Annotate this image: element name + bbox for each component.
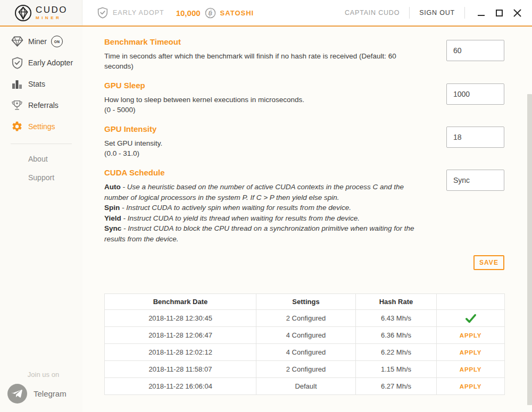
minimize-icon	[478, 15, 485, 16]
sidebar-item-about[interactable]: About	[0, 149, 82, 168]
sidebar-item-label: Support	[28, 173, 54, 182]
bar-chart-icon	[11, 79, 23, 89]
join-us-block: Join us on Telegram	[0, 371, 82, 403]
apply-action-cell: APPLY	[437, 378, 505, 395]
early-adopt-badge: EARLY ADOPT	[97, 7, 164, 19]
settings-page: Benchmark Timeout Time in seconds after …	[82, 27, 532, 412]
cuda-option-sync: Sync - Instruct CUDA to block the CPU th…	[104, 223, 422, 244]
close-button[interactable]	[513, 9, 521, 17]
benchmark-date-cell: 2018-11-28 12:02:12	[105, 344, 256, 361]
vertical-scrollbar[interactable]	[527, 94, 532, 405]
telegram-label: Telegram	[34, 389, 66, 398]
benchmark-date-cell: 2018-11-22 16:06:04	[105, 378, 256, 395]
sidebar-item-label: Stats	[28, 80, 45, 88]
sidebar-item-label: Settings	[28, 122, 55, 131]
balance-currency: SATOSHI	[220, 9, 254, 17]
gpu-sleep-input[interactable]	[446, 83, 504, 105]
hash-rate-cell: 1.15 Mh/s	[356, 361, 437, 378]
cuda-option-auto: Auto - Use a heuristic based on the numb…	[104, 182, 422, 203]
join-us-caption: Join us on	[0, 371, 82, 379]
cuda-option-spin: Spin - Instruct CUDA to actively spin wh…	[104, 203, 422, 213]
apply-action-cell: APPLY	[437, 327, 505, 344]
section-description: How long to sleep between kernel executi…	[104, 95, 434, 105]
apply-action-cell: APPLY	[437, 344, 505, 361]
cuda-option-yield: Yield - Instruct CUDA to yield its threa…	[104, 213, 422, 224]
section-range: (0 - 5000)	[104, 105, 434, 115]
column-header-hash-rate: Hash Rate	[356, 294, 437, 310]
header-divider	[464, 7, 465, 19]
logo-text-cudo: CUDO	[36, 5, 68, 14]
sidebar-item-early-adopter[interactable]: Early Adopter	[0, 52, 82, 73]
benchmark-timeout-input[interactable]	[446, 40, 504, 61]
gem-icon	[11, 36, 23, 47]
app-logo: CUDO MINER	[0, 0, 82, 26]
gear-icon	[11, 121, 23, 132]
section-title: CUDA Schedule	[104, 168, 434, 177]
sidebar-item-support[interactable]: Support	[0, 168, 82, 187]
settings-cell: 4 Configured	[256, 344, 356, 361]
sidebar-item-label: Referrals	[28, 101, 59, 110]
early-adopt-label: EARLY ADOPT	[113, 9, 164, 16]
miner-on-badge: ON	[51, 36, 63, 47]
sidebar-item-label: Miner	[28, 37, 47, 46]
close-icon	[513, 9, 521, 17]
balance: 10,000 B SATOSHI	[176, 7, 254, 19]
section-gpu-sleep: GPU Sleep How long to sleep between kern…	[104, 81, 434, 115]
hash-rate-cell: 6.43 Mh/s	[356, 310, 437, 327]
apply-action-cell: APPLY	[437, 361, 505, 378]
benchmark-date-cell: 2018-11-28 12:30:45	[105, 310, 256, 327]
section-range: (0.0 - 31.0)	[104, 148, 434, 158]
section-description: Set GPU intensity.	[104, 138, 434, 148]
sidebar-divider	[11, 144, 72, 144]
sidebar-item-settings[interactable]: Settings	[0, 116, 82, 137]
sidebar-item-referrals[interactable]: Referrals	[0, 95, 82, 116]
cuda-schedule-input[interactable]	[446, 170, 504, 191]
section-title: Benchmark Timeout	[104, 37, 434, 46]
app-header: CUDO MINER EARLY ADOPT 10,000 B SATOSHI …	[0, 0, 532, 27]
table-row: 2018-11-28 12:02:12 4 Configured 6.22 Mh…	[105, 344, 505, 361]
settings-cell: 4 Configured	[256, 327, 356, 344]
cudo-logo-icon	[14, 4, 32, 22]
username-label: CAPTAIN CUDO	[345, 9, 400, 16]
section-cuda-schedule: CUDA Schedule Auto - Use a heuristic bas…	[104, 168, 434, 244]
maximize-button[interactable]	[495, 9, 503, 17]
section-description: Time in seconds after which the benchmar…	[104, 51, 425, 71]
section-title: GPU Intensity	[104, 124, 434, 133]
benchmark-history-table: Benchmark Date Settings Hash Rate 2018-1…	[104, 293, 505, 395]
hash-rate-cell: 6.36 Mh/s	[356, 327, 437, 344]
applied-indicator-cell	[437, 310, 505, 327]
svg-text:B: B	[207, 9, 213, 16]
table-row: 2018-11-28 12:06:47 4 Configured 6.36 Mh…	[105, 327, 505, 344]
sidebar-item-miner[interactable]: Miner ON	[0, 31, 82, 52]
shield-check-icon	[97, 7, 108, 19]
table-row: 2018-11-22 16:06:04 Default 6.27 Mh/s AP…	[105, 378, 505, 395]
apply-button[interactable]: APPLY	[460, 383, 481, 390]
shield-check-icon	[11, 57, 23, 69]
header-divider	[409, 7, 410, 19]
satoshi-coin-icon: B	[205, 7, 216, 19]
apply-button[interactable]: APPLY	[460, 349, 481, 356]
column-header-action	[437, 294, 505, 310]
sidebar-item-label: Early Adopter	[28, 58, 73, 67]
balance-amount: 10,000	[176, 9, 201, 18]
hash-rate-cell: 6.22 Mh/s	[356, 344, 437, 361]
gpu-intensity-input[interactable]	[446, 127, 504, 148]
column-header-benchmark-date: Benchmark Date	[105, 294, 256, 310]
save-button[interactable]: SAVE	[473, 255, 504, 270]
maximize-icon	[496, 10, 503, 16]
column-header-settings: Settings	[256, 294, 356, 310]
sign-out-button[interactable]: SIGN OUT	[419, 9, 455, 16]
apply-button[interactable]: APPLY	[460, 366, 481, 373]
telegram-link[interactable]: Telegram	[0, 384, 82, 403]
minimize-button[interactable]	[477, 9, 485, 17]
green-check-icon	[465, 313, 477, 324]
sidebar-item-stats[interactable]: Stats	[0, 73, 82, 95]
section-gpu-intensity: GPU Intensity Set GPU intensity. (0.0 - …	[104, 124, 434, 158]
sidebar: Miner ON Early Adopter Stats	[0, 27, 82, 412]
apply-button[interactable]: APPLY	[460, 332, 481, 339]
table-header-row: Benchmark Date Settings Hash Rate	[105, 294, 505, 310]
logo-text-miner: MINER	[36, 15, 68, 20]
table-row: 2018-11-28 11:58:07 2 Configured 1.15 Mh…	[105, 361, 505, 378]
settings-cell: 2 Configured	[256, 361, 356, 378]
telegram-icon	[7, 384, 27, 403]
